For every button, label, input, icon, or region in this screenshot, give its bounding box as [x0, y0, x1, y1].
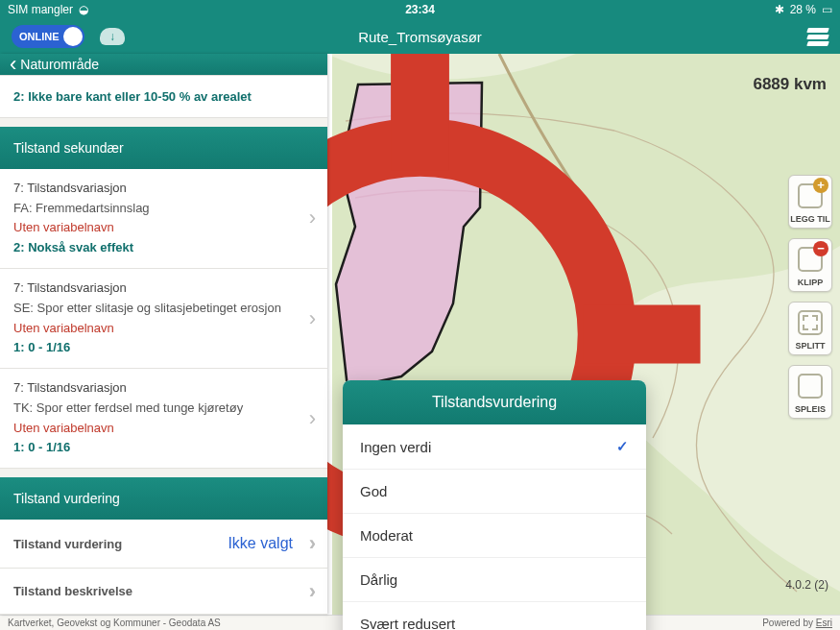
sidebar-back-button[interactable]: ‹ Naturområde: [0, 54, 327, 75]
chevron-left-icon: ‹: [10, 54, 16, 75]
popover-option-label: Svært redusert: [360, 616, 455, 630]
popover-option-label: Dårlig: [360, 571, 397, 588]
state-item[interactable]: 7: Tilstandsvariasjon TK: Spor etter fer…: [0, 369, 327, 469]
state-item-warning: Uten variabelnavn: [13, 319, 300, 339]
assessment-row[interactable]: Tilstand vurdering Ikke valgt: [0, 520, 327, 569]
description-label: Tilstand beskrivelse: [13, 584, 132, 598]
popover-option-label: Moderat: [360, 527, 413, 544]
state-item[interactable]: 7: Tilstandsvariasjon SE: Spor etter sli…: [0, 269, 327, 369]
powered-by-label: Powered by: [762, 618, 813, 628]
assessment-label: Tilstand vurdering: [13, 537, 122, 551]
popover-option-label: Ingen verdi: [360, 439, 431, 455]
app-version: 4.0.2 (2): [785, 578, 828, 592]
state-item-value: 2: Nokså svak effekt: [13, 238, 300, 258]
popover-option[interactable]: Ingen verdi ✓: [343, 424, 646, 470]
layers-icon[interactable]: [807, 28, 828, 46]
section-secondary-header: Tilstand sekundær: [0, 127, 327, 169]
threshold-row[interactable]: 2: Ikke bare kant eller 10-50 % av areal…: [0, 75, 327, 118]
state-item-subtitle: FA: Fremmedartsinnslag: [13, 199, 300, 219]
section-assessment-header: Tilstand vurdering: [0, 477, 327, 520]
state-item[interactable]: 7: Tilstandsvariasjon FA: Fremmedartsinn…: [0, 169, 327, 269]
sidebar: ‹ Naturområde 2: Ikke bare kant eller 10…: [0, 54, 327, 615]
popover-option[interactable]: Dårlig: [343, 558, 646, 602]
popover-option[interactable]: Svært redusert: [343, 602, 646, 630]
attribution-text: Kartverket, Geovekst og Kommuner - Geoda…: [8, 618, 221, 628]
popover-option[interactable]: Moderat: [343, 514, 646, 558]
popover-option-label: God: [360, 483, 387, 499]
status-bar: SIM mangler ◒ 23:34 ✱ 28 % ▭: [0, 0, 840, 19]
assessment-popover: Tilstandsvurdering Ingen verdi ✓ God Mod…: [343, 380, 646, 630]
state-item-value: 1: 0 - 1/16: [13, 438, 300, 458]
esri-link[interactable]: Esri: [816, 618, 832, 628]
state-item-warning: Uten variabelnavn: [13, 419, 300, 439]
assessment-value: Ikke valgt: [228, 535, 293, 552]
nav-bar: ONLINE ↓ Rute_Tromsøyasør: [0, 19, 840, 54]
check-icon: ✓: [616, 438, 629, 455]
status-time: 23:34: [0, 3, 840, 16]
state-item-subtitle: SE: Spor etter slitasje og slitasjebetin…: [13, 299, 300, 319]
state-item-subtitle: TK: Spor etter ferdsel med tunge kjøretø…: [13, 399, 300, 419]
sidebar-back-label: Naturområde: [20, 57, 99, 72]
state-item-title: 7: Tilstandsvariasjon: [13, 179, 300, 199]
description-row[interactable]: Tilstand beskrivelse: [0, 569, 327, 615]
state-item-title: 7: Tilstandsvariasjon: [13, 279, 300, 299]
popover-title: Tilstandsvurdering: [343, 380, 646, 424]
state-item-warning: Uten variabelnavn: [13, 218, 300, 238]
route-title: Rute_Tromsøyasør: [0, 29, 840, 45]
state-item-value: 1: 0 - 1/16: [13, 338, 300, 358]
state-item-title: 7: Tilstandsvariasjon: [13, 378, 300, 399]
popover-option[interactable]: God: [343, 470, 646, 514]
